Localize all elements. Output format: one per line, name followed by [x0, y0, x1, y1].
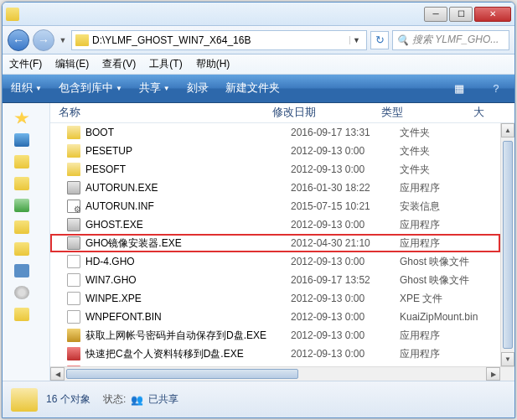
file-type: 文件夹 — [400, 163, 500, 177]
help-icon: ? — [494, 83, 499, 95]
favorites-icon[interactable] — [14, 111, 29, 125]
file-date: 2012-09-13 0:00 — [291, 348, 400, 360]
titlebar[interactable]: ─ ☐ ✕ — [3, 3, 514, 26]
folder-icon — [75, 34, 89, 46]
chevron-down-icon: ▼ — [35, 85, 42, 92]
file-type: 应用程序 — [400, 181, 500, 195]
refresh-button[interactable]: ↻ — [370, 31, 389, 49]
file-name: BOOT — [85, 127, 291, 138]
file-row[interactable]: BOOT2016-09-17 13:31文件夹 — [50, 123, 500, 142]
scroll-thumb[interactable] — [66, 369, 298, 379]
organize-button[interactable]: 组织 ▼ — [11, 81, 42, 96]
file-row[interactable]: AUTORUN.INF2015-07-15 10:21安装信息 — [50, 197, 500, 215]
file-row[interactable]: 获取上网帐号密码并自动保存到D盘.EXE2012-09-13 0:00应用程序 — [50, 326, 500, 345]
file-row[interactable]: WINPE.XPE2012-09-13 0:00XPE 文件 — [50, 289, 500, 308]
folder-icon — [67, 163, 80, 176]
file-date: 2016-09-17 13:52 — [291, 274, 400, 286]
folder-icon[interactable] — [14, 308, 29, 321]
file-name: GHOST.EXE — [85, 219, 291, 231]
menu-help[interactable]: 帮助(H) — [196, 57, 230, 71]
file-row[interactable]: PESETUP2012-09-13 0:00文件夹 — [50, 142, 500, 160]
pictures-icon[interactable] — [14, 199, 29, 212]
chevron-down-icon: ▼ — [163, 85, 170, 92]
file-row[interactable]: WNPEFONT.BIN2012-09-13 0:00KuaiZipMount.… — [50, 308, 500, 326]
navigation-pane[interactable] — [3, 103, 50, 381]
maximize-button[interactable]: ☐ — [449, 7, 473, 22]
file-row[interactable]: GHO镜像安装器.EXE2012-04-30 21:10应用程序 — [50, 234, 500, 252]
include-library-button[interactable]: 包含到库中 ▼ — [59, 81, 122, 96]
file-row[interactable]: AUTORUN.EXE2016-01-30 18:22应用程序 — [50, 179, 500, 197]
file-row[interactable]: GHOST.EXE2012-09-13 0:00应用程序 — [50, 215, 500, 234]
back-button[interactable]: ← — [8, 29, 29, 51]
file-date: 2012-09-13 0:00 — [291, 219, 400, 231]
scroll-left-button[interactable]: ◀ — [50, 367, 65, 381]
folder-icon[interactable] — [14, 155, 29, 169]
header-name[interactable]: 名称 — [59, 106, 272, 120]
address-path: D:\YLMF_GHOST_WIN7_X64_16B — [92, 34, 251, 46]
nav-history-dropdown[interactable]: ▼ — [58, 36, 68, 44]
search-input[interactable]: 🔍 搜索 YLMF_GHO... — [392, 30, 509, 50]
folder-icon[interactable] — [14, 220, 29, 234]
file-date: 2015-07-15 10:21 — [291, 200, 400, 212]
menu-view[interactable]: 查看(V) — [102, 57, 136, 71]
window-folder-icon — [6, 8, 19, 21]
file-name: WINPE.XPE — [85, 293, 291, 304]
file-type: 应用程序 — [400, 329, 500, 343]
file-name: HD-4.GHO — [85, 256, 291, 267]
view-icon: ▦ — [454, 82, 464, 95]
header-modified[interactable]: 修改日期 — [272, 106, 381, 120]
scroll-track[interactable] — [65, 367, 486, 381]
file-type: 文件夹 — [400, 144, 500, 158]
gho-icon — [67, 255, 80, 268]
address-dropdown[interactable]: ▼ — [349, 36, 363, 44]
file-name: 快速把C盘个人资料转移到D盘.EXE — [85, 347, 291, 361]
share-button[interactable]: 共享 ▼ — [139, 81, 170, 96]
scroll-thumb[interactable] — [503, 141, 513, 349]
file-name: AUTORUN.INF — [85, 200, 291, 212]
new-folder-button[interactable]: 新建文件夹 — [225, 81, 280, 96]
scroll-track[interactable] — [501, 137, 514, 352]
file-row[interactable]: HD-4.GHO2012-09-13 0:00Ghost 映像文件 — [50, 252, 500, 271]
folder-icon — [67, 126, 80, 139]
horizontal-scrollbar[interactable]: ◀ ▶ — [50, 366, 514, 381]
inf-icon — [67, 200, 80, 213]
file-list[interactable]: BOOT2016-09-17 13:31文件夹PESETUP2012-09-13… — [50, 123, 500, 366]
folder-icon[interactable] — [14, 242, 29, 256]
scroll-up-button[interactable]: ▲ — [501, 123, 514, 137]
file-date: 2012-09-13 0:00 — [291, 293, 400, 304]
file-type: 应用程序 — [400, 347, 500, 361]
minimize-button[interactable]: ─ — [424, 7, 447, 22]
burn-button[interactable]: 刻录 — [187, 81, 209, 96]
file-row[interactable]: PESOFT2012-09-13 0:00文件夹 — [50, 160, 500, 179]
menu-tools[interactable]: 工具(T) — [149, 57, 182, 71]
computer-icon[interactable] — [14, 264, 29, 277]
file-date: 2012-09-13 0:00 — [291, 145, 400, 157]
file-date: 2012-09-13 0:00 — [291, 311, 400, 323]
file-type: KuaiZipMount.bin — [400, 311, 500, 323]
column-headers: 名称 修改日期 类型 大 — [50, 103, 514, 123]
file-row[interactable]: WIN7.GHO2016-09-17 13:52Ghost 映像文件 — [50, 271, 500, 289]
xpe-icon — [67, 292, 80, 305]
disc-icon[interactable] — [14, 286, 29, 299]
view-options-button[interactable]: ▦ — [449, 80, 469, 98]
folder-icon[interactable] — [14, 177, 29, 190]
vertical-scrollbar[interactable]: ▲ ▼ — [500, 123, 514, 366]
help-button[interactable]: ? — [486, 80, 506, 98]
close-button[interactable]: ✕ — [474, 7, 511, 22]
scroll-down-button[interactable]: ▼ — [501, 352, 514, 366]
file-name: PESETUP — [85, 145, 291, 157]
header-size[interactable]: 大 — [473, 106, 500, 120]
desktop-icon[interactable] — [14, 133, 29, 147]
header-type[interactable]: 类型 — [381, 106, 473, 120]
folder-large-icon — [11, 388, 38, 412]
file-area: 名称 修改日期 类型 大 BOOT2016-09-17 13:31文件夹PESE… — [50, 103, 514, 381]
menu-edit[interactable]: 编辑(E) — [55, 57, 89, 71]
menu-file[interactable]: 文件(F) — [9, 57, 42, 71]
search-icon: 🔍 — [396, 34, 409, 46]
address-bar[interactable]: D:\YLMF_GHOST_WIN7_X64_16B ▼ — [71, 30, 367, 50]
forward-button[interactable]: → — [33, 29, 54, 51]
file-type: 应用程序 — [400, 236, 500, 251]
scroll-right-button[interactable]: ▶ — [486, 367, 500, 381]
file-row[interactable]: 快速把C盘个人资料转移到D盘.EXE2012-09-13 0:00应用程序 — [50, 345, 500, 363]
file-name: GHO镜像安装器.EXE — [85, 236, 291, 251]
